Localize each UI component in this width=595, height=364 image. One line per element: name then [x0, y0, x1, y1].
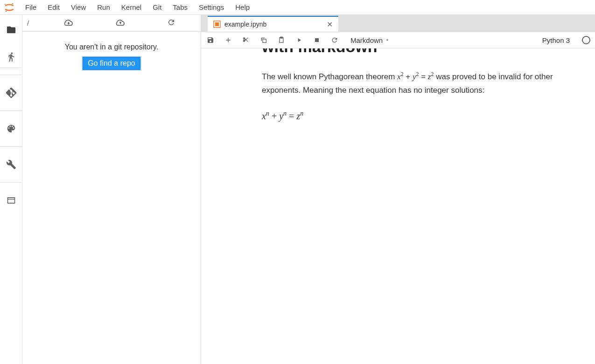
menu-view[interactable]: View: [65, 1, 91, 13]
menu-run[interactable]: Run: [91, 1, 116, 13]
markdown-heading: Using equation with LaTeX notation with …: [262, 48, 558, 56]
notebook-icon: [213, 21, 221, 28]
separator: [0, 110, 22, 111]
svg-point-2: [5, 4, 6, 5]
sidebar-tab-files[interactable]: [0, 19, 22, 41]
filebrowser-toolbar: /: [22, 15, 201, 32]
copy-icon[interactable]: [259, 35, 268, 45]
run-icon[interactable]: [294, 35, 304, 45]
sidebar-tab-tools[interactable]: [0, 153, 22, 176]
cloud-download-icon[interactable]: [63, 17, 74, 29]
kernel-indicator-icon[interactable]: [582, 36, 590, 44]
menu-tabs[interactable]: Tabs: [167, 1, 193, 13]
menubar: File Edit View Run Kernel Git Tabs Setti…: [0, 0, 595, 15]
refresh-icon[interactable]: [167, 18, 175, 28]
sidebar-tab-running[interactable]: [0, 46, 22, 68]
stop-icon[interactable]: [312, 35, 322, 45]
markdown-equation: xn + yn = zn: [262, 110, 558, 122]
menu-edit[interactable]: Edit: [42, 1, 65, 13]
celltype-label: Markdown: [350, 36, 383, 44]
sidebar-tab-theme[interactable]: [0, 117, 22, 140]
svg-rect-7: [280, 37, 282, 38]
menu-kernel[interactable]: Kernel: [116, 1, 147, 13]
svg-rect-5: [263, 39, 266, 42]
svg-point-0: [12, 3, 14, 4]
sidebar-tab-tabs[interactable]: [0, 189, 22, 212]
sidebar-tab-git[interactable]: [0, 82, 22, 104]
markdown-paragraph: The well known Pythagorean theorem x2 + …: [262, 69, 558, 97]
svg-point-1: [6, 10, 7, 12]
paste-icon[interactable]: [277, 35, 286, 45]
jupyter-logo: [3, 1, 16, 14]
kernel-name[interactable]: Python 3: [542, 36, 570, 44]
menu-file[interactable]: File: [20, 1, 42, 13]
chevron-down-icon: [385, 36, 390, 44]
git-panel: You aren't in a git repository. Go find …: [22, 32, 201, 364]
tabbar: example.ipynb ✕: [201, 15, 595, 32]
close-icon[interactable]: ✕: [327, 20, 333, 29]
separator: [0, 146, 22, 147]
find-repo-button[interactable]: Go find a repo: [83, 57, 140, 70]
cloud-upload-icon[interactable]: [115, 17, 126, 29]
main-area: example.ipynb ✕ Markdown Python 3: [201, 15, 595, 364]
save-icon[interactable]: [206, 35, 215, 45]
menu-help[interactable]: Help: [230, 1, 255, 13]
svg-rect-4: [215, 22, 219, 26]
tab-name: example.ipynb: [224, 21, 323, 28]
activity-bar: [0, 15, 22, 364]
notebook-scroll[interactable]: 200 300 400 500 600 0 100 200: [201, 48, 595, 364]
svg-rect-8: [315, 38, 319, 42]
add-cell-icon[interactable]: [224, 35, 233, 45]
tab-example[interactable]: example.ipynb ✕: [208, 16, 338, 32]
celltype-dropdown[interactable]: Markdown: [350, 36, 390, 44]
separator: [0, 75, 22, 75]
side-panel: / You aren't in a git repository. Go fin…: [22, 15, 201, 364]
git-message: You aren't in a git repository.: [65, 43, 159, 51]
notebook: 200 300 400 500 600 0 100 200: [201, 48, 595, 364]
menu-settings[interactable]: Settings: [193, 1, 230, 13]
restart-icon[interactable]: [330, 35, 339, 45]
separator: [0, 182, 22, 183]
menu-git[interactable]: Git: [147, 1, 167, 13]
notebook-toolbar: Markdown Python 3: [201, 32, 595, 48]
cut-icon[interactable]: [241, 35, 251, 45]
